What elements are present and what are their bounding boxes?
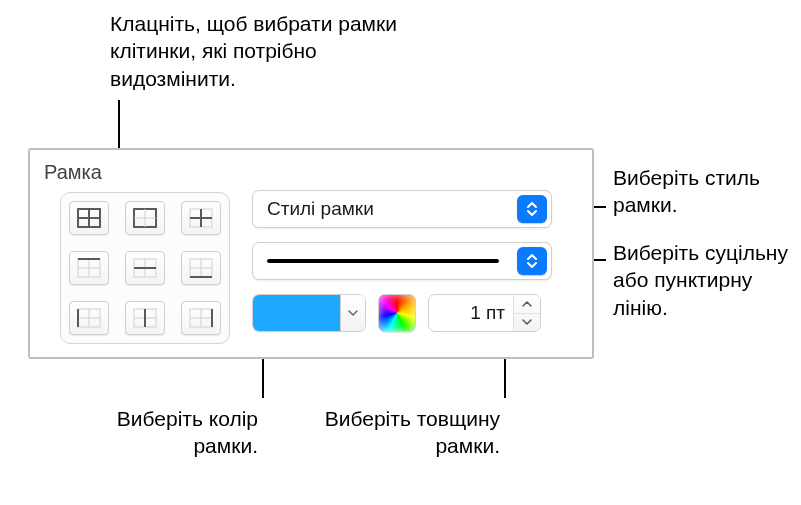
border-right-button[interactable]	[181, 301, 221, 335]
border-horizontal-middle-button[interactable]	[125, 251, 165, 285]
border-all-button[interactable]	[69, 201, 109, 235]
line-style-popup[interactable]	[252, 242, 552, 280]
border-style-popup[interactable]: Стилі рамки	[252, 190, 552, 228]
thickness-stepper-buttons	[513, 295, 540, 331]
border-inner-button[interactable]	[181, 201, 221, 235]
border-thickness-value: 1 пт	[429, 295, 513, 331]
border-color-swatch	[253, 295, 340, 331]
border-style-chevron-icon	[517, 195, 547, 223]
border-thickness-stepper[interactable]: 1 пт	[428, 294, 541, 332]
border-color-dropdown-icon	[340, 295, 365, 331]
callout-color-text: Виберіть колір рамки.	[86, 405, 258, 460]
stepper-up-icon[interactable]	[514, 295, 540, 314]
callout-top-text: Клацніть, щоб вибрати рамки клітинки, як…	[110, 10, 420, 92]
border-panel: Рамка Стилі	[28, 148, 594, 359]
callout-style-text: Виберіть стиль рамки.	[613, 164, 793, 219]
border-color-well[interactable]	[252, 294, 366, 332]
panel-title: Рамка	[44, 161, 102, 184]
border-top-button[interactable]	[69, 251, 109, 285]
border-select-grid	[60, 192, 230, 344]
callout-line-text: Виберіть суцільну або пунктирну лінію.	[613, 239, 793, 321]
color-thickness-row: 1 пт	[252, 294, 541, 332]
border-left-button[interactable]	[69, 301, 109, 335]
line-style-chevron-icon	[517, 247, 547, 275]
border-bottom-button[interactable]	[181, 251, 221, 285]
border-outer-button[interactable]	[125, 201, 165, 235]
border-style-label: Стилі рамки	[253, 198, 513, 220]
line-style-preview-icon	[267, 259, 499, 263]
color-picker-button[interactable]	[378, 294, 416, 332]
border-vertical-middle-button[interactable]	[125, 301, 165, 335]
callout-thickness-text: Виберіть товщину рамки.	[314, 405, 500, 460]
stepper-down-icon[interactable]	[514, 314, 540, 332]
